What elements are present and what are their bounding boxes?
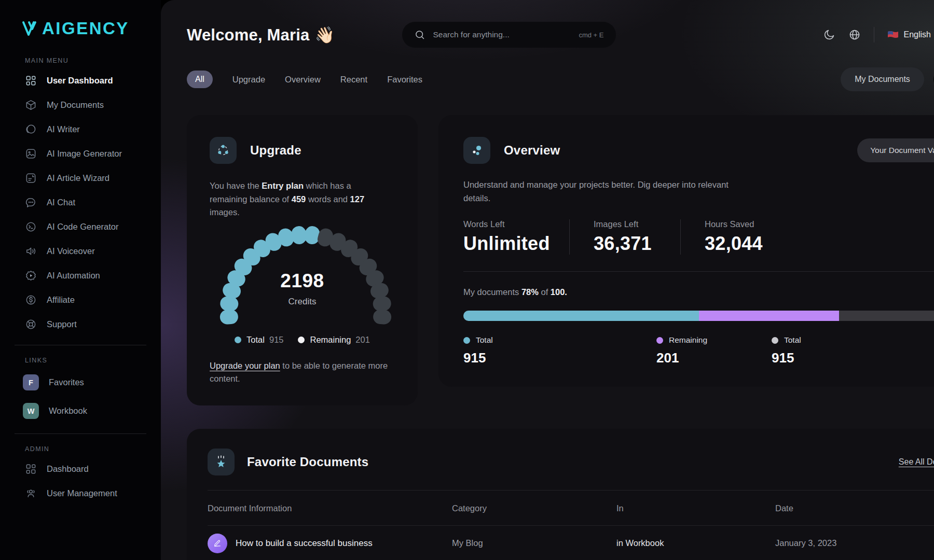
tab-all[interactable]: All [187,71,213,88]
column-category: Category [452,503,616,513]
sidebar-item-ai-code-generator[interactable]: AI Code Generator [0,215,161,239]
stat-words-left: Words Left Unlimited [463,219,569,255]
overview-stats: Words Left Unlimited Images Left 36,371 … [463,219,934,255]
page-title: Welcome, Maria👋🏻 [187,25,335,45]
dark-mode-toggle[interactable] [823,29,835,41]
search-input[interactable]: Search for anything... cmd + E [402,22,616,48]
app-window: AIGENCY MAIN MENU User Dashboard My Docu… [0,0,934,560]
sidebar-item-ai-chat[interactable]: AI Chat [0,190,161,215]
favorites-title: Favorite Documents [247,455,368,469]
sidebar-item-user-management[interactable]: User Management [0,481,161,506]
sidebar-item-label: Affiliate [47,295,75,305]
sidebar-item-ai-automation[interactable]: AI Automation [0,263,161,288]
sidebar-item-support[interactable]: Support [0,312,161,337]
my-documents-button[interactable]: My Documents [841,67,924,91]
favorites-badge: F [23,374,39,390]
document-title: How to build a successful business [236,538,373,549]
image-icon [25,148,37,160]
search-shortcut: cmd + E [579,31,603,39]
upgrade-plan-link[interactable]: Upgrade your plan [210,361,280,370]
table-row[interactable]: How to build a successful business My Bl… [208,525,934,560]
writer-icon [25,123,37,135]
grid-icon [25,75,37,87]
welcome-text: Welcome, Maria [187,26,310,44]
overview-description: Understand and manage your projects bett… [463,178,738,205]
sidebar-divider [15,345,146,345]
tab-upgrade[interactable]: Upgrade [232,75,265,85]
sidebar-item-ai-image-generator[interactable]: AI Image Generator [0,142,161,166]
upgrade-card-header: Upgrade [210,137,395,164]
topbar-actions: English [823,19,934,51]
sidebar-section-links: LINKS [0,357,161,364]
tab-overview[interactable]: Overview [285,75,321,85]
column-document-information: Document Information [208,503,452,513]
sidebar-item-label: AI Voiceover [47,246,95,256]
gauge-legend: Total 915 Remaining 201 [210,335,395,345]
credits-gauge: 2198 Credits [210,222,395,329]
sidebar-item-label: My Documents [47,100,104,110]
document-category: My Blog [452,538,616,548]
overview-divider [463,271,934,272]
gauge-center: 2198 Credits [210,270,395,307]
region-button[interactable] [848,29,861,41]
globe-icon [848,29,861,41]
grid-icon [25,463,37,475]
overview-card: Overview Your Document Values Understand… [438,115,934,387]
sidebar-item-ai-voiceover[interactable]: AI Voiceover [0,239,161,263]
chat-icon [25,197,37,208]
sidebar-item-label: User Management [47,488,117,498]
column-date: Date [775,503,934,513]
cards-row: Upgrade You have the Entry plan which ha… [187,115,934,405]
brand-name: AIGENCY [42,19,129,38]
sidebar-item-user-dashboard[interactable]: User Dashboard [0,68,161,93]
overview-card-title: Overview [504,143,560,158]
topbar: Welcome, Maria👋🏻 Search for anything... … [187,0,934,51]
wave-emoji: 👋🏻 [315,26,335,44]
brand-v-icon [22,20,40,37]
sidebar-item-label: AI Writer [47,124,80,134]
legend-dot [235,337,241,343]
sidebar-item-affiliate[interactable]: Affiliate [0,288,161,312]
sidebar-item-admin-dashboard[interactable]: Dashboard [0,457,161,481]
sidebar: AIGENCY MAIN MENU User Dashboard My Docu… [0,0,161,560]
sidebar-item-favorites[interactable]: F Favorites [0,368,161,397]
upgrade-description: You have the Entry plan which has a rema… [210,179,383,219]
article-icon [25,172,37,184]
main-content: Welcome, Maria👋🏻 Search for anything... … [161,0,934,560]
toolbar-buttons: My Documents + New [841,67,934,91]
sidebar-item-label: AI Code Generator [47,222,119,232]
star-rays-icon [208,449,235,475]
legend-dot [772,337,778,344]
progress-segment-total [463,311,699,321]
sidebar-item-label: Dashboard [47,464,89,474]
lifebuoy-icon [25,318,37,330]
legend-remaining: Remaining 201 [656,335,772,366]
sidebar-item-ai-writer[interactable]: AI Writer [0,117,161,142]
sidebar-item-label: AI Article Wizard [47,173,109,183]
document-location: in Workbook [616,538,775,548]
tab-favorites[interactable]: Favorites [387,75,422,85]
sidebar-item-ai-article-wizard[interactable]: AI Article Wizard [0,166,161,190]
sidebar-item-workbook[interactable]: W Workbook [0,397,161,425]
moon-icon [823,29,835,41]
language-selector[interactable]: English [887,30,934,39]
upgrade-card: Upgrade You have the Entry plan which ha… [187,115,418,405]
automation-icon [25,270,37,282]
search-placeholder: Search for anything... [433,30,509,39]
filter-tabs: All Upgrade Overview Recent Favorites [187,71,422,88]
credits-value: 2198 [210,270,395,292]
upgrade-card-title: Upgrade [250,143,301,158]
sidebar-item-label: Workbook [49,406,87,416]
sidebar-section-main-menu: MAIN MENU [0,57,161,64]
tab-recent[interactable]: Recent [340,75,367,85]
document-values-button[interactable]: Your Document Values [857,138,934,162]
legend-total: Total 915 [235,335,283,345]
legend-dot [463,337,470,344]
progress-segment-remaining [699,311,839,321]
credits-label: Credits [210,297,395,307]
favorite-documents-card: Favorite Documents See All Documents Doc… [187,429,934,560]
language-label: English [904,30,931,39]
see-all-documents-link[interactable]: See All Documents [899,457,934,467]
sidebar-item-label: AI Automation [47,271,100,281]
sidebar-item-my-documents[interactable]: My Documents [0,93,161,117]
